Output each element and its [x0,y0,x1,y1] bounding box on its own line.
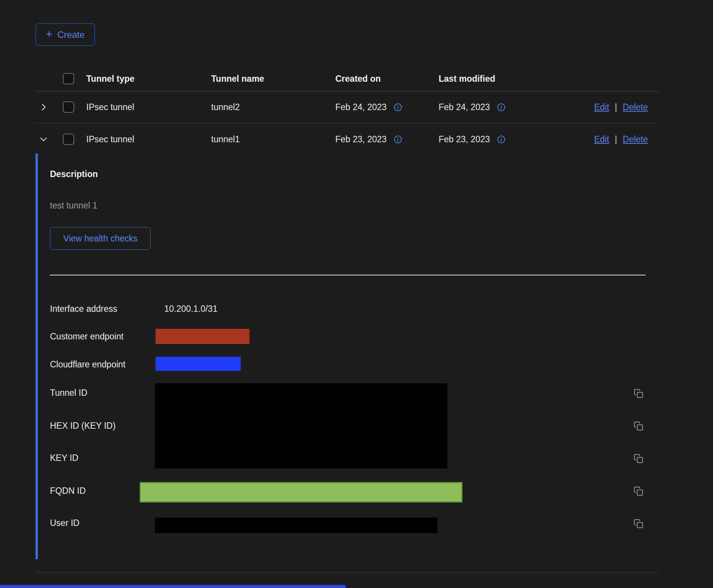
last-modified-cell: Feb 23, 2023 [439,134,583,145]
info-icon[interactable] [393,103,403,112]
tunnels-page: + Create Tunnel type Tunnel name Created… [0,0,713,588]
user-id-redacted-value [155,518,437,533]
tunnels-table: Tunnel type Tunnel name Created on Last … [36,67,659,155]
actions-separator: | [615,134,617,145]
bottom-partial-bar [0,585,346,588]
header-tunnel-name: Tunnel name [211,74,335,84]
view-health-checks-button[interactable]: View health checks [50,227,151,250]
created-on-value: Feb 23, 2023 [335,134,387,145]
header-checkbox-cell [54,73,86,84]
row-actions: Edit | Delete [583,102,659,112]
header-last-modified: Last modified [439,74,583,84]
customer-endpoint-label: Customer endpoint [50,331,123,342]
tunnel-details-panel: Description test tunnel 1 View health ch… [36,154,659,559]
collapse-chevron-down-icon[interactable] [39,134,48,144]
tunnel-type-cell: IPsec tunnel [86,102,211,112]
last-modified-value: Feb 24, 2023 [439,102,490,112]
fqdn-id-label: FQDN ID [50,485,86,496]
created-on-value: Feb 24, 2023 [335,102,387,112]
copy-key-id-icon[interactable] [634,454,643,464]
copy-fqdn-id-icon[interactable] [634,486,643,496]
created-on-cell: Feb 23, 2023 [335,134,439,145]
ids-redacted-block [155,383,447,468]
cloudflare-endpoint-redacted-value [156,357,241,371]
panel-accent-border [36,154,38,559]
table-row: IPsec tunnel tunnel1 Feb 23, 2023 Feb 23… [36,123,659,155]
expand-chevron-right-icon[interactable] [39,102,48,112]
create-button-label: Create [58,30,85,40]
hex-id-label: HEX ID (KEY ID) [50,420,115,431]
info-icon[interactable] [393,135,403,144]
edit-link[interactable]: Edit [594,102,609,112]
tunnel-name-cell: tunnel1 [211,134,335,145]
description-label: Description [50,169,98,179]
fqdn-id-redacted-value [140,482,462,502]
table-bottom-border [36,572,659,572]
description-value: test tunnel 1 [50,200,97,211]
interface-address-value: 10.200.1.0/31 [164,303,218,314]
header-tunnel-type: Tunnel type [86,74,211,84]
actions-separator: | [615,102,617,112]
copy-hex-id-icon[interactable] [634,421,643,431]
table-row: IPsec tunnel tunnel2 Feb 24, 2023 Feb 24… [36,91,659,123]
cloudflare-endpoint-label: Cloudflare endpoint [50,359,125,370]
key-id-label: KEY ID [50,453,78,463]
edit-link[interactable]: Edit [594,134,609,145]
row-actions: Edit | Delete [583,134,659,145]
select-all-checkbox[interactable] [63,73,74,84]
table-header-row: Tunnel type Tunnel name Created on Last … [36,67,659,91]
delete-link[interactable]: Delete [623,102,648,112]
header-created-on: Created on [335,74,439,84]
plus-icon: + [46,28,53,40]
row-checkbox[interactable] [63,134,74,145]
tunnel-name-cell: tunnel2 [211,102,335,112]
user-id-label: User ID [50,518,79,528]
last-modified-value: Feb 23, 2023 [439,134,490,145]
info-icon[interactable] [497,103,506,112]
copy-tunnel-id-icon[interactable] [634,389,643,398]
create-button[interactable]: + Create [36,23,95,46]
last-modified-cell: Feb 24, 2023 [439,102,583,112]
section-divider [50,275,646,275]
interface-address-label: Interface address [50,303,117,314]
created-on-cell: Feb 24, 2023 [335,102,439,112]
tunnel-id-label: Tunnel ID [50,387,87,398]
delete-link[interactable]: Delete [623,134,648,145]
info-icon[interactable] [497,135,506,144]
copy-user-id-icon[interactable] [634,519,643,529]
row-checkbox[interactable] [63,101,74,113]
customer-endpoint-redacted-value [156,329,249,344]
tunnel-type-cell: IPsec tunnel [86,134,211,145]
